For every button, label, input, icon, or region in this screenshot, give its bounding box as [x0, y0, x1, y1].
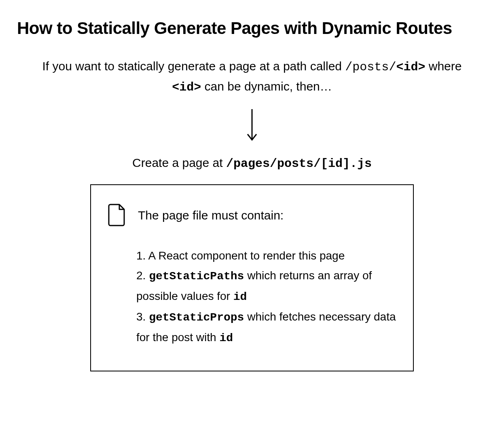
text-segment: can be dynamic, then… — [201, 80, 332, 93]
text-segment: A React component to render this page — [148, 249, 345, 262]
page: How to Statically Generate Pages with Dy… — [0, 0, 504, 396]
text-segment: getStaticPaths — [149, 270, 244, 283]
must-contain-label: The page file must contain: — [138, 209, 284, 222]
list-item: getStaticPaths which returns an array of… — [136, 266, 397, 307]
text-segment: <id> — [396, 60, 425, 74]
text-segment: <id> — [172, 80, 201, 94]
create-page-line: Create a page at /pages/posts/[id].js — [17, 156, 487, 171]
list-item: getStaticProps which fetches necessary d… — [136, 307, 397, 348]
page-file-box: The page file must contain: A React comp… — [90, 184, 414, 371]
text-segment: If you want to statically generate a pag… — [42, 59, 345, 73]
list-item: A React component to render this page — [136, 246, 397, 266]
text-segment: where — [425, 59, 462, 73]
text-segment: /pages/posts/[id].js — [226, 157, 372, 171]
intro-text: If you want to statically generate a pag… — [30, 57, 474, 97]
text-segment: id — [219, 332, 233, 344]
arrow-down-icon — [17, 108, 487, 144]
text-segment: getStaticProps — [149, 311, 244, 324]
file-icon — [107, 203, 127, 228]
text-segment: id — [233, 291, 247, 303]
text-segment: /posts/ — [345, 60, 396, 74]
requirements-list: A React component to render this pageget… — [107, 246, 397, 348]
text-segment: Create a page at — [132, 156, 226, 169]
page-title: How to Statically Generate Pages with Dy… — [17, 19, 487, 38]
